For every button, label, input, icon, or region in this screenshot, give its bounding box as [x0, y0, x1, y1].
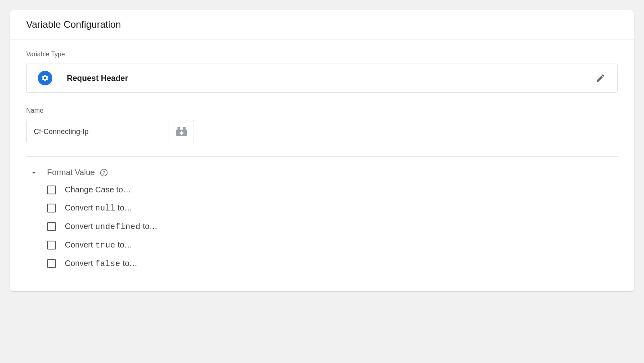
checkbox-label: Convert null to… [65, 203, 132, 213]
gear-icon [38, 71, 52, 85]
svg-rect-2 [183, 127, 186, 130]
format-option-change-case[interactable]: Change Case to… [47, 185, 618, 194]
card-body: Variable Type Request Header Name [10, 39, 634, 291]
variable-type-selector[interactable]: Request Header [26, 64, 618, 93]
format-value-title: Format Value [47, 168, 95, 177]
checkbox[interactable] [47, 222, 56, 231]
format-option-convert-false[interactable]: Convert false to… [47, 259, 618, 268]
checkbox[interactable] [47, 259, 56, 268]
checkbox-label: Change Case to… [65, 185, 131, 194]
checkbox[interactable] [47, 241, 56, 250]
chevron-down-icon [29, 168, 38, 177]
name-input-group [26, 120, 618, 143]
format-value-toggle[interactable]: Format Value ? [26, 168, 618, 177]
divider [26, 156, 618, 157]
name-input[interactable] [26, 120, 169, 143]
format-option-convert-true[interactable]: Convert true to… [47, 240, 618, 250]
svg-rect-1 [178, 127, 180, 130]
checkbox-label: Convert true to… [65, 240, 132, 250]
variable-picker-button[interactable] [169, 120, 194, 143]
card-header: Variable Configuration [10, 10, 634, 39]
brick-plus-icon [176, 127, 187, 136]
svg-text:?: ? [102, 169, 105, 175]
checkbox-label: Convert false to… [65, 259, 137, 268]
format-option-convert-undefined[interactable]: Convert undefined to… [47, 222, 618, 231]
page-title: Variable Configuration [26, 19, 618, 30]
variable-type-name: Request Header [67, 74, 596, 83]
svg-rect-4 [180, 132, 183, 134]
format-options-list: Change Case to… Convert null to… Convert… [47, 185, 618, 268]
name-label: Name [26, 107, 618, 114]
checkbox-label: Convert undefined to… [65, 222, 157, 231]
variable-type-label: Variable Type [26, 51, 618, 58]
edit-icon[interactable] [596, 73, 605, 83]
variable-configuration-card: Variable Configuration Variable Type Req… [10, 10, 634, 291]
checkbox[interactable] [47, 204, 56, 212]
format-option-convert-null[interactable]: Convert null to… [47, 203, 618, 213]
checkbox[interactable] [47, 186, 56, 194]
help-icon[interactable]: ? [100, 169, 108, 177]
